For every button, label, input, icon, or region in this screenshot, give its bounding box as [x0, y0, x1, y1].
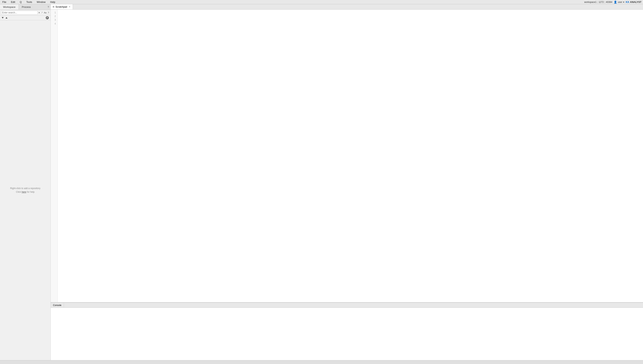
- tab-label: Scratchpad: [56, 6, 67, 8]
- menu-q[interactable]: Q: [19, 0, 22, 4]
- tri-up-icon: [6, 16, 8, 19]
- sidebar-hint: Right-click to add a repository Click he…: [10, 186, 40, 194]
- tab-close-btn[interactable]: ✕: [68, 5, 71, 8]
- svg-marker-0: [2, 17, 4, 18]
- line-number-2: 2: [52, 15, 56, 18]
- editor-panels: 1 2 3 4 Console: [51, 10, 643, 360]
- line-numbers: 1 2 3 4: [51, 10, 58, 302]
- sidebar-tab-process[interactable]: Process: [19, 4, 34, 10]
- kx-text: KX: [626, 0, 629, 4]
- hint-here-link[interactable]: here: [22, 190, 26, 193]
- sidebar: Workspace Process ? ▾ .* Aa ?: [0, 4, 51, 360]
- separator2: |: [604, 1, 605, 4]
- tab-file-icon: ⊞: [53, 6, 54, 8]
- collapse-all-btn[interactable]: [1, 16, 4, 19]
- sidebar-tab-workspace[interactable]: Workspace: [0, 4, 19, 10]
- sidebar-hint-line1: Right-click to add a repository: [10, 186, 40, 190]
- sidebar-help-btn[interactable]: ?: [46, 5, 50, 9]
- console-panel: Console: [51, 303, 643, 360]
- editor-area: ⊞ Scratchpad ✕ 1 2 3 4: [51, 4, 643, 360]
- code-textarea[interactable]: [58, 10, 643, 302]
- menu-help[interactable]: Help: [49, 0, 56, 4]
- search-bar: ▾ .* Aa ?: [0, 10, 50, 16]
- console-tab-bar: Console: [51, 303, 643, 308]
- expand-all-btn[interactable]: [5, 16, 8, 19]
- line-number-3: 3: [52, 18, 56, 22]
- search-input[interactable]: [1, 11, 38, 14]
- p-button[interactable]: P: [45, 16, 49, 20]
- tri-down-icon: [2, 16, 4, 19]
- p-badge: P: [46, 16, 49, 19]
- console-tab[interactable]: Console: [51, 303, 64, 308]
- line-number-1: 1: [52, 11, 56, 15]
- search-regex-btn[interactable]: .*: [41, 11, 43, 14]
- search-case-btn[interactable]: Aa: [44, 11, 47, 14]
- hint-click-text: Click: [16, 190, 21, 193]
- line-number-4: 4: [52, 22, 56, 26]
- sidebar-hint-line2: Click here for help: [10, 190, 40, 194]
- menu-right: workspace1 | 1272 | 40384 👤 user ▾ KX AN…: [584, 0, 642, 4]
- status-bar: [0, 360, 643, 364]
- analyst-text: ANALYST: [630, 0, 642, 4]
- separator1: |: [597, 1, 598, 4]
- user-icon: 👤: [614, 0, 617, 4]
- workspace-name: workspace1: [584, 1, 596, 4]
- sidebar-toolbar: P: [0, 16, 50, 20]
- console-content[interactable]: [51, 308, 643, 360]
- workspace-info: workspace1 | 1272 | 40384: [584, 1, 612, 4]
- sidebar-content: Right-click to add a repository Click he…: [0, 20, 50, 360]
- search-controls: ▾ .* Aa ?: [38, 11, 49, 14]
- connections-count: 1272: [598, 1, 604, 4]
- memory-count: 40384: [606, 1, 612, 4]
- user-info: 👤 user ▾: [614, 0, 624, 4]
- menu-tools[interactable]: Tools: [26, 0, 33, 4]
- search-help-btn[interactable]: ?: [48, 11, 49, 14]
- menu-bar: File Edit Q Tools Window Help workspace1…: [0, 0, 643, 4]
- main-container: Workspace Process ? ▾ .* Aa ?: [0, 4, 643, 360]
- kx-logo: KX ANALYST: [626, 0, 642, 4]
- user-dropdown-arrow[interactable]: ▾: [623, 1, 624, 4]
- menu-window[interactable]: Window: [36, 0, 46, 4]
- menu-file[interactable]: File: [2, 0, 7, 4]
- hint-for-help-text: for help: [27, 190, 34, 193]
- sidebar-tabs: Workspace Process ?: [0, 4, 50, 10]
- svg-marker-1: [6, 17, 8, 18]
- code-editor: 1 2 3 4: [51, 10, 643, 303]
- tabs-and-content: Workspace Process ? ▾ .* Aa ?: [0, 4, 643, 360]
- search-expand-btn[interactable]: ▾: [38, 11, 40, 14]
- user-name: user: [618, 1, 622, 4]
- menu-edit[interactable]: Edit: [10, 0, 16, 4]
- menu-items: File Edit Q Tools Window Help: [2, 0, 56, 4]
- editor-tab-scratchpad[interactable]: ⊞ Scratchpad ✕: [51, 4, 73, 10]
